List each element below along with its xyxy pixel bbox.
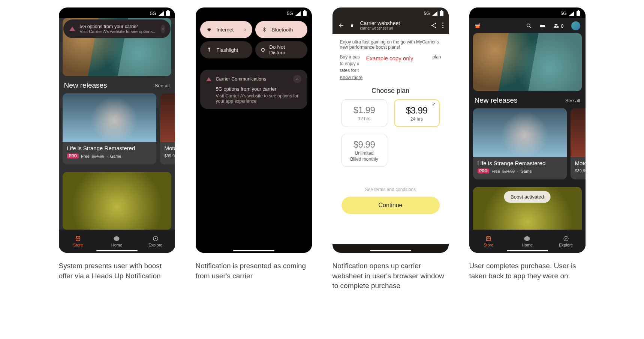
svg-point-4 (478, 23, 480, 25)
heads-up-notification[interactable]: 5G options from your carrier Visit Carri… (63, 19, 171, 38)
notification-body: Visit Carrier A's website to see options… (216, 93, 301, 104)
gesture-bar[interactable] (96, 250, 138, 251)
qs-tile-flashlight[interactable]: Flashlight (200, 41, 252, 58)
friends-count[interactable]: 0 (553, 23, 563, 29)
bluetooth-icon (261, 27, 267, 33)
battery-icon (440, 11, 443, 16)
game-card[interactable]: Life is Strange Remastered PRO Free $24.… (473, 108, 567, 179)
signal-icon (159, 11, 164, 16)
continue-button[interactable]: Continue (341, 197, 440, 214)
step-caption: Notification is presented as coming from… (196, 261, 312, 281)
phone-screen-3: 5G Carrier websheet carrier websheet url… (332, 7, 449, 253)
battery-icon (166, 11, 170, 16)
avatar[interactable] (571, 21, 580, 30)
status-bar: 5G (332, 7, 449, 18)
battery-icon (577, 11, 580, 16)
hero-banner[interactable] (473, 33, 582, 91)
gesture-bar[interactable] (507, 250, 548, 251)
nav-store[interactable]: Store (469, 230, 508, 253)
signal-icon (432, 11, 437, 16)
flashlight-icon (206, 47, 212, 53)
plan-option[interactable]: $9.99 Unlimited Billed monthly (341, 134, 387, 167)
network-label: 5G (560, 11, 566, 16)
svg-point-5 (527, 24, 530, 27)
know-more-link[interactable]: Know more (340, 75, 363, 80)
nav-home[interactable]: Home (97, 230, 136, 253)
notification-card[interactable]: Carrier Communications 5G options from y… (200, 70, 307, 109)
game-price: Free (81, 154, 90, 158)
lock-icon (349, 22, 355, 28)
game-tag: Game (521, 169, 532, 173)
step-caption: System presents user with boost offer vi… (59, 261, 175, 281)
expand-chevron-icon[interactable] (161, 24, 165, 33)
see-all-link[interactable]: See all (565, 98, 580, 103)
dnd-icon (261, 48, 265, 52)
game-art (160, 93, 175, 142)
notification-body: Visit Carrier A's website to see options… (80, 29, 157, 34)
qs-tile-internet[interactable]: Internet › (200, 21, 252, 38)
terms-link[interactable]: See terms and conditions (340, 187, 441, 192)
carrier-triangle-icon (206, 77, 211, 81)
home-icon (523, 235, 531, 242)
controller-icon[interactable] (539, 23, 545, 29)
nav-explore[interactable]: Explore (136, 230, 175, 253)
network-label: 5G (424, 11, 430, 16)
store-icon (74, 235, 82, 242)
status-bar: 5G (59, 7, 175, 18)
websheet-title: Carrier websheet (360, 20, 400, 26)
game-art (571, 108, 586, 157)
nav-explore[interactable]: Explore (547, 230, 585, 253)
signal-icon (295, 11, 301, 16)
signal-icon (569, 11, 574, 16)
nav-store[interactable]: Store (59, 230, 97, 253)
websheet-url: carrier websheet url (360, 26, 400, 30)
gesture-bar[interactable] (233, 250, 274, 251)
share-icon[interactable] (430, 22, 437, 29)
bottom-nav: Store Home Explore (469, 230, 586, 253)
nav-strip (332, 244, 449, 253)
game-price: $39.99 (575, 169, 586, 173)
status-bar: 5G (196, 7, 312, 18)
phone-screen-1: 5G New releases See all Life is Strange … (59, 7, 175, 253)
see-all-link[interactable]: See all (155, 83, 170, 88)
collapse-chevron-icon[interactable] (293, 75, 301, 83)
nav-home[interactable]: Home (508, 230, 547, 253)
phone-screen-4: 5G 0 (469, 7, 586, 253)
notification-app-name: Carrier Communications (216, 76, 267, 82)
game-price: Free (491, 169, 500, 173)
game-card[interactable]: Moto $39.99 (571, 108, 586, 179)
game-art (473, 108, 567, 157)
game-card[interactable]: Life is Strange Remastered PRO Free $24.… (63, 93, 156, 164)
bottom-nav: Store Home Explore (59, 230, 175, 253)
qs-tile-bluetooth[interactable]: Bluetooth (255, 21, 307, 38)
game-art (63, 93, 156, 142)
game-title: Moto (165, 145, 175, 151)
compass-icon (152, 235, 159, 242)
game-price-strike: $24.99 (502, 169, 515, 173)
gesture-bar[interactable] (370, 250, 411, 251)
qs-tile-dnd[interactable]: Do Not Disturb (255, 41, 307, 58)
plan-option[interactable]: $1.99 12 hrs (341, 99, 387, 127)
gift-icon[interactable] (475, 23, 481, 29)
section-title: New releases (475, 96, 518, 105)
svg-point-3 (434, 27, 436, 28)
carrier-triangle-icon (69, 27, 75, 31)
phone-screen-2: 5G Internet › Bluetooth (196, 7, 312, 253)
chevron-right-icon: › (244, 26, 246, 33)
store-topbar: 0 (473, 18, 582, 33)
search-icon[interactable] (526, 23, 532, 29)
game-price-strike: $24.99 (92, 154, 105, 158)
game-card[interactable]: Moto $39.99 (160, 93, 175, 164)
home-icon (113, 235, 120, 242)
pro-badge: PRO (67, 154, 79, 158)
overflow-menu-icon[interactable] (442, 22, 443, 28)
compass-icon (562, 235, 570, 242)
back-icon[interactable] (338, 22, 344, 28)
game-price: $39.99 (165, 154, 175, 158)
section-title: New releases (64, 81, 107, 90)
plan-option-selected[interactable]: $3.99 24 hrs (394, 99, 440, 127)
choose-plan-heading: Choose plan (340, 87, 441, 95)
toast-message: Boost activated (504, 191, 551, 203)
promo-banner[interactable] (63, 172, 171, 230)
store-icon (485, 235, 492, 242)
